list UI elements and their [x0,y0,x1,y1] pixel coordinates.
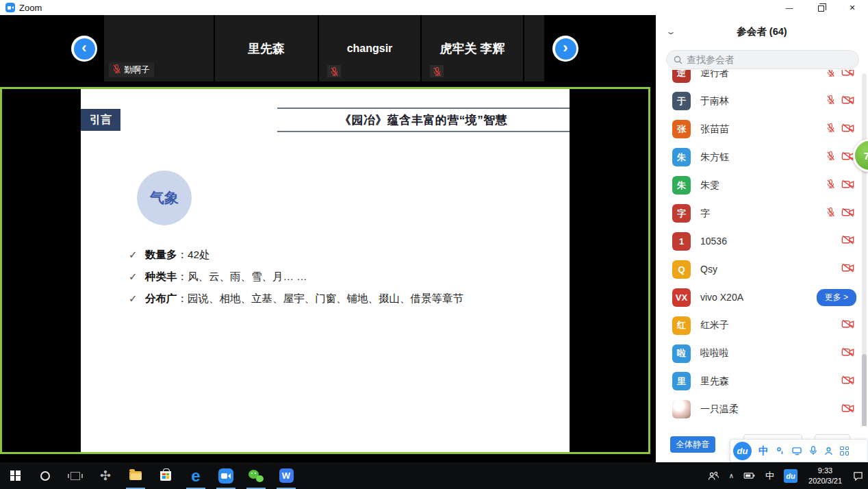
slide-topic-label: 气象 [150,188,179,208]
tray-hidden-icons-chevron[interactable]: ∧ [724,462,739,489]
participant-status-icons [826,179,854,192]
camera-off-icon [841,95,854,108]
participant-row[interactable]: 啦啦啦啦 [656,340,868,367]
clock-date: 2020/3/21 [808,476,842,486]
camera-off-icon [841,347,854,360]
participant-row[interactable]: 朱朱雯 [656,172,868,199]
participant-name: 里先森 [700,375,729,388]
participant-avatar: 红 [672,316,691,335]
tray-clock[interactable]: 9:33 2020/3/21 [802,466,848,486]
zoom-logo-icon [5,3,15,12]
camera-off-icon [841,319,854,331]
previous-videos-button[interactable]: ‹ [71,36,97,62]
ime-voice-icon[interactable] [776,446,785,455]
participant-status-icons [841,263,854,275]
video-tile[interactable]: changsir [319,15,420,82]
participant-name: vivo X20A [700,292,743,303]
edge-icon: e [191,468,200,484]
search-input[interactable] [687,54,837,65]
restore-icon [818,5,824,12]
zoom-taskbar-button[interactable] [211,462,241,489]
participant-row[interactable]: 红红米子 [656,312,868,339]
slide-bullet-list: ✓数量多：42处✓种类丰：风、云、雨、雪、月… …✓分布广：园说、相地、立基、屋… [129,244,463,310]
participant-name: Qsy [700,264,717,275]
slide-title-band: 《园冶》蕴含丰富的营“境”智慧 [277,108,570,132]
mic-muted-icon [327,65,341,77]
participant-status-icons [841,347,854,360]
participant-avatar: VX [672,288,691,307]
participant-avatar: 朱 [672,176,691,195]
participant-row[interactable]: 110536 [656,227,868,255]
mute-all-button[interactable]: 全体静音 [670,436,715,453]
wps-office-button[interactable]: W [271,462,301,489]
task-view-button[interactable] [60,462,90,489]
participant-row[interactable]: QQsy [656,255,868,283]
ime-panel-icon[interactable] [792,447,802,455]
zoom-icon [218,468,233,484]
camera-off-icon [841,179,854,192]
participant-row[interactable]: 字字 [656,200,868,227]
search-icon [674,55,682,64]
mic-muted-icon [826,95,836,108]
restore-button[interactable] [805,0,837,15]
wechat-button[interactable] [241,462,271,489]
participant-status-icons [841,403,854,416]
tray-baidu-ime-button[interactable]: du [779,462,802,489]
participant-row[interactable]: 朱朱方钰 [656,144,868,171]
battery-icon [743,472,756,479]
participant-name: 红米子 [700,319,729,331]
action-center-button[interactable] [848,462,868,489]
minimize-button[interactable]: — [774,0,805,15]
ime-language-indicator[interactable]: 中 [758,444,769,457]
ime-grid-icon[interactable] [840,447,849,455]
tray-people-button[interactable] [703,462,724,489]
participant-name: 张苗苗 [700,123,729,136]
edge-button[interactable]: e [181,462,211,489]
slide-bullet: ✓数量多：42处 [129,244,463,266]
start-button[interactable] [0,462,30,489]
windows-logo-icon [10,471,21,481]
mic-muted-icon [430,65,444,77]
windows-taskbar: ✣ e W ∧ 中 du 9:33 2020/3/21 [0,462,868,489]
camera-off-icon [841,208,854,220]
tray-ime-language-indicator[interactable]: 中 [761,462,779,489]
cortana-button[interactable] [30,462,60,489]
participant-row[interactable]: VXvivo X20A更多 > [656,284,868,311]
tray-battery-button[interactable] [739,462,761,489]
microsoft-store-icon [160,471,171,481]
video-tile[interactable]: 里先森 [215,15,318,82]
clock-time: 9:33 [808,466,842,476]
people-icon [708,471,719,481]
checkmark-icon: ✓ [129,292,145,305]
participant-status-icons [826,207,854,220]
mic-muted-icon [826,151,836,164]
video-tile[interactable] [524,15,544,82]
participant-search-box[interactable] [666,50,859,69]
video-tile[interactable]: 虎牢关 李辉 [422,15,523,82]
participant-row[interactable]: 张张苗苗 [656,116,868,143]
participant-display-name: 里先森 [215,15,318,82]
panel-collapse-chevron-icon[interactable]: ⌄ [665,27,676,36]
participant-row[interactable]: 于于南林 [656,88,868,115]
slide-bullet: ✓分布广：园说、相地、立基、屋宇、门窗、铺地、掇山、借景等章节 [129,288,463,310]
close-button[interactable]: ✕ [837,0,868,15]
pinwheel-app-button[interactable]: ✣ [90,462,120,489]
participant-more-button[interactable]: 更多 > [817,289,856,306]
video-tile[interactable]: 勤啊子 [104,15,214,82]
ime-toolbar: du 中 [730,439,868,462]
file-explorer-button[interactable] [120,462,151,489]
participant-name-label: 勤啊子 [109,62,154,77]
slide-title: 《园冶》蕴含丰富的营“境”智慧 [340,112,508,128]
participants-scrollbar[interactable] [862,73,867,443]
ime-user-icon[interactable] [824,447,833,455]
microsoft-store-button[interactable] [151,462,181,489]
participant-avatar: 1 [672,232,691,251]
participant-row[interactable]: 一只温柔 [656,396,868,423]
meeting-stage: 勤啊子里先森changsir虎牢关 李辉 ‹ › 引言 《园冶》蕴含丰富的营“境… [0,15,650,462]
next-videos-button[interactable]: › [552,36,578,62]
baidu-ime-logo-icon[interactable]: du [733,442,752,460]
participant-row[interactable]: 里里先森 [656,368,868,395]
presentation-slide: 引言 《园冶》蕴含丰富的营“境”智慧 气象 ✓数量多：42处✓种类丰：风、云、雨… [81,89,570,452]
participant-avatar: 里 [672,372,691,390]
ime-mic-icon[interactable] [809,446,817,455]
